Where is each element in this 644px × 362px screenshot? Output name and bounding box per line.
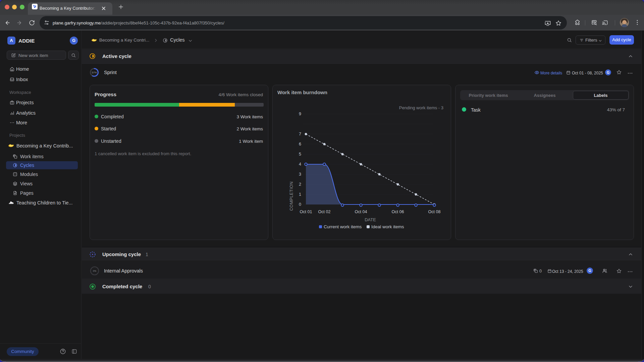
svg-text:Oct 08: Oct 08 [428,209,441,214]
svg-text:6: 6 [299,142,301,146]
svg-text:9: 9 [299,112,301,116]
svg-text:0: 0 [299,202,301,207]
svg-text:Oct 04: Oct 04 [355,209,367,214]
svg-text:1: 1 [299,192,301,197]
svg-text:Oct 06: Oct 06 [392,209,404,214]
svg-text:Current work items: Current work items [324,224,362,229]
svg-text:Oct 01: Oct 01 [300,209,312,214]
svg-text:Ideal work items: Ideal work items [371,224,404,229]
svg-text:COMPLETION: COMPLETION [289,181,294,211]
svg-text:3: 3 [299,172,301,177]
svg-text:4: 4 [299,162,301,167]
svg-text:7: 7 [299,132,301,136]
svg-text:5: 5 [299,152,301,157]
svg-text:2: 2 [299,182,301,187]
svg-text:0%: 0% [93,270,96,272]
svg-text:57%: 57% [92,71,97,74]
svg-text:DATE: DATE [365,217,376,222]
svg-text:Oct 02: Oct 02 [318,209,331,214]
